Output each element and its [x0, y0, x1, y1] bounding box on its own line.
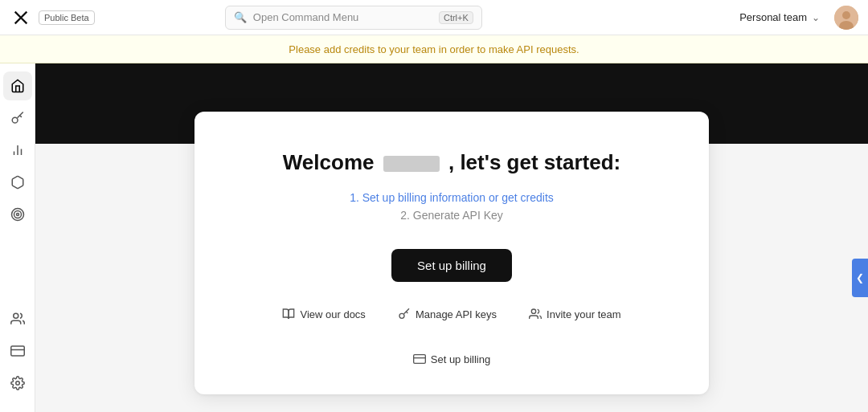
steps-list: 1. Set up billing information or get cre… — [350, 191, 554, 226]
avatar[interactable] — [834, 6, 858, 30]
search-icon: 🔍 — [234, 11, 247, 23]
chevron-down-icon: ⌄ — [812, 12, 820, 23]
footer-link-invite[interactable]: Invite your team — [529, 308, 621, 320]
step-1: 1. Set up billing information or get cre… — [350, 191, 554, 204]
users-icon-footer — [529, 308, 542, 320]
logo-area: Public Beta — [10, 6, 95, 29]
sidebar-item-api-keys[interactable] — [3, 104, 32, 133]
credit-card-icon-footer — [413, 353, 426, 365]
svg-point-15 — [531, 309, 535, 313]
footer-link-invite-label: Invite your team — [547, 308, 621, 320]
nav-right: Personal team ⌄ — [733, 6, 858, 30]
footer-link-api-keys-label: Manage API keys — [416, 308, 497, 320]
team-selector[interactable]: Personal team ⌄ — [733, 8, 826, 27]
sidebar-item-analytics[interactable] — [3, 136, 32, 165]
sidebar-item-team[interactable] — [3, 304, 32, 333]
sidebar-item-settings[interactable] — [3, 369, 32, 398]
search-shortcut: Ctrl+K — [439, 11, 473, 24]
beta-badge: Public Beta — [39, 10, 95, 25]
top-nav: Public Beta 🔍 Open Command Menu Ctrl+K P… — [0, 0, 868, 35]
footer-link-docs[interactable]: View our docs — [282, 308, 365, 320]
svg-point-9 — [16, 214, 18, 216]
card-container: Welcome , let's get started: 1. Set up b… — [35, 144, 868, 412]
redacted-name — [383, 156, 440, 172]
book-icon — [282, 308, 295, 320]
welcome-title: Welcome , let's get started: — [283, 150, 620, 175]
sidebar-bottom — [3, 304, 32, 404]
footer-link-api-keys[interactable]: Manage API keys — [398, 308, 497, 320]
logo-icon — [10, 6, 32, 29]
command-menu-search[interactable]: 🔍 Open Command Menu Ctrl+K — [225, 6, 482, 30]
step-2: 2. Generate API Key — [350, 209, 554, 222]
content-area: Welcome , let's get started: 1. Set up b… — [35, 63, 868, 412]
sidebar-item-home[interactable] — [3, 71, 32, 100]
footer-link-billing[interactable]: Set up billing — [413, 353, 490, 365]
sidebar — [0, 63, 35, 412]
search-placeholder: Open Command Menu — [253, 11, 432, 23]
banner-text: Please add credits to your team in order… — [289, 43, 579, 55]
svg-point-1 — [842, 11, 850, 19]
card-footer: View our docs Manage API keys — [243, 308, 661, 365]
sidebar-item-target[interactable] — [3, 200, 32, 229]
svg-rect-11 — [10, 346, 24, 356]
credits-banner: Please add credits to your team in order… — [0, 35, 868, 63]
main-layout: Welcome , let's get started: 1. Set up b… — [0, 63, 868, 412]
svg-point-14 — [399, 313, 404, 318]
sidebar-item-billing[interactable] — [3, 337, 32, 365]
svg-rect-16 — [413, 355, 425, 364]
footer-link-billing-label: Set up billing — [431, 353, 490, 365]
svg-point-8 — [14, 211, 21, 218]
team-name: Personal team — [739, 11, 807, 23]
right-panel-collapse-button[interactable]: ❮ — [852, 259, 868, 297]
setup-billing-button[interactable]: Set up billing — [391, 249, 512, 282]
welcome-card: Welcome , let's get started: 1. Set up b… — [194, 112, 709, 394]
svg-point-13 — [15, 381, 19, 385]
svg-point-3 — [12, 117, 18, 123]
key-icon-footer — [398, 308, 411, 320]
sidebar-item-models[interactable] — [3, 168, 32, 197]
footer-link-docs-label: View our docs — [300, 308, 365, 320]
svg-point-10 — [13, 313, 18, 318]
